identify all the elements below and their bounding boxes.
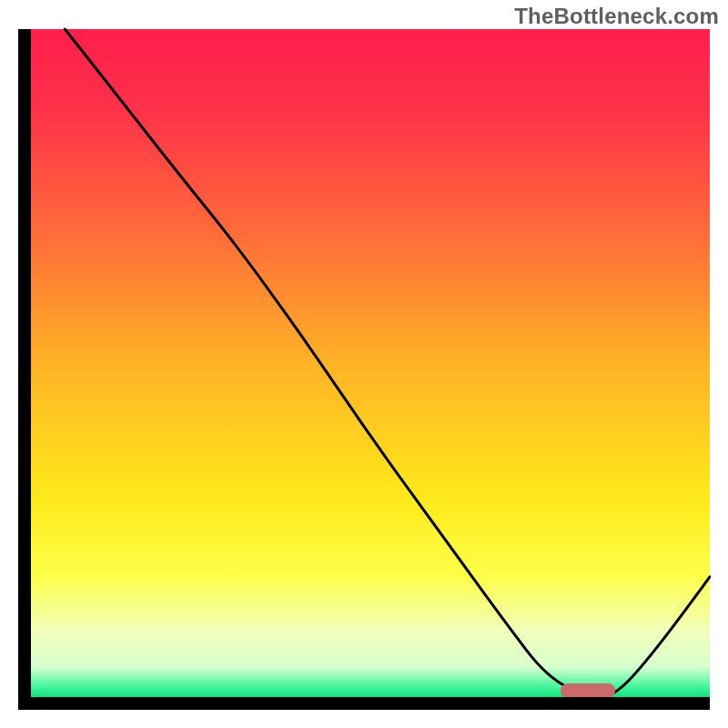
optimal-range-marker [561,683,615,698]
chart-root: TheBottleneck.com [0,0,728,728]
x-axis [18,697,710,710]
plot-area [18,29,710,710]
y-axis [18,29,31,710]
watermark-text: TheBottleneck.com [514,4,719,29]
bottleneck-curve [18,29,710,710]
